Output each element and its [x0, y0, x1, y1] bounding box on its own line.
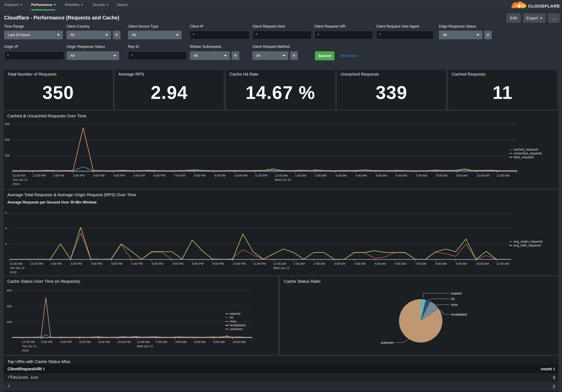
svg-text:2019: 2019 [22, 349, 29, 352]
svg-text:unknown: unknown [381, 341, 394, 344]
svg-text:8:00 PM: 8:00 PM [99, 340, 110, 344]
svg-text:8:00 AM: 8:00 AM [436, 174, 447, 177]
svg-text:9:00 AM: 9:00 AM [456, 174, 468, 177]
svg-text:Tue Jun 11: Tue Jun 11 [10, 266, 24, 270]
svg-text:200: 200 [7, 304, 12, 308]
svg-text:7:00 AM: 7:00 AM [416, 174, 427, 177]
svg-text:100: 100 [7, 320, 12, 324]
svg-text:12:00 PM: 12:00 PM [33, 174, 46, 177]
svg-text:6:00 PM: 6:00 PM [79, 340, 91, 344]
svg-text:revalidated: revalidated [230, 323, 246, 327]
svg-text:1:00 PM: 1:00 PM [50, 262, 62, 265]
svg-text:revalidated: revalidated [451, 313, 467, 316]
svg-text:6: 6 [5, 211, 7, 214]
svg-text:4:00 PM: 4:00 PM [111, 262, 122, 265]
svg-text:hit: hit [451, 297, 454, 300]
svg-text:expired: expired [451, 292, 461, 295]
svg-text:5:00 AM: 5:00 AM [376, 174, 387, 177]
svg-text:2:00 AM: 2:00 AM [315, 174, 327, 177]
svg-text:9:00 AM: 9:00 AM [456, 262, 467, 265]
svg-text:1:00 AM: 1:00 AM [293, 262, 305, 265]
svg-text:1:00 AM: 1:00 AM [295, 174, 306, 177]
svg-text:4:00 AM: 4:00 AM [354, 262, 365, 265]
svg-text:12:00 PM: 12:00 PM [22, 340, 35, 344]
svg-text:8:00 AM: 8:00 AM [213, 340, 225, 344]
svg-text:12:00 AM: 12:00 AM [273, 262, 286, 265]
svg-text:4:00 AM: 4:00 AM [175, 340, 186, 344]
svg-text:2:00 AM: 2:00 AM [314, 262, 325, 265]
svg-text:12:00 AM: 12:00 AM [137, 340, 150, 344]
svg-text:cached_requests: cached_requests [514, 148, 538, 151]
svg-text:10:00 PM: 10:00 PM [117, 340, 130, 344]
svg-text:total_requests: total_requests [514, 155, 534, 159]
svg-text:1:00 PM: 1:00 PM [53, 174, 64, 177]
svg-text:10:00 AM: 10:00 AM [476, 262, 489, 265]
svg-text:11:00 PM: 11:00 PM [255, 174, 268, 177]
svg-text:6:00 PM: 6:00 PM [152, 262, 163, 265]
svg-text:4:00 AM: 4:00 AM [356, 174, 367, 177]
svg-text:CLOUDFLARE: CLOUDFLARE [528, 4, 560, 8]
svg-text:unknown: unknown [230, 327, 243, 331]
svg-text:9:00 PM: 9:00 PM [212, 262, 224, 265]
svg-text:8:00 PM: 8:00 PM [192, 262, 204, 265]
svg-text:10:00 PM: 10:00 PM [234, 174, 247, 177]
svg-text:2:00 PM: 2:00 PM [73, 174, 84, 177]
svg-text:3:00 PM: 3:00 PM [93, 174, 105, 177]
svg-text:6:00 PM: 6:00 PM [154, 174, 165, 177]
svg-text:3:00 AM: 3:00 AM [335, 174, 347, 177]
svg-text:4:00 PM: 4:00 PM [60, 340, 71, 344]
svg-text:10:00 PM: 10:00 PM [233, 262, 246, 265]
svg-text:11:00 PM: 11:00 PM [253, 262, 266, 265]
svg-text:12:00 PM: 12:00 PM [30, 262, 43, 265]
svg-text:expired: expired [230, 312, 240, 315]
svg-text:200: 200 [5, 138, 10, 141]
svg-text:7:00 PM: 7:00 PM [172, 262, 183, 265]
svg-text:10:00 AM: 10:00 AM [477, 174, 489, 177]
svg-text:5:00 PM: 5:00 PM [131, 262, 143, 265]
svg-text:6:00 AM: 6:00 AM [396, 174, 407, 177]
svg-text:Wed Jun 12: Wed Jun 12 [137, 344, 153, 348]
svg-text:miss: miss [230, 320, 236, 323]
svg-text:hit: hit [230, 316, 233, 319]
svg-text:6:00 AM: 6:00 AM [194, 340, 205, 344]
svg-text:Wed Jun 12: Wed Jun 12 [273, 266, 290, 270]
svg-text:3:00 AM: 3:00 AM [334, 262, 345, 265]
svg-text:3:00 PM: 3:00 PM [91, 262, 102, 265]
svg-text:2:00 PM: 2:00 PM [41, 340, 52, 344]
svg-text:Tue Jun 11: Tue Jun 11 [22, 344, 37, 348]
svg-text:9:00 PM: 9:00 PM [214, 174, 226, 177]
svg-text:2:00 AM: 2:00 AM [156, 340, 167, 344]
svg-text:uncached_requests: uncached_requests [514, 152, 542, 155]
svg-text:12:00 AM: 12:00 AM [275, 174, 288, 177]
svg-text:100: 100 [5, 154, 10, 157]
svg-text:2: 2 [5, 242, 7, 245]
svg-text:5:00 PM: 5:00 PM [134, 174, 145, 177]
svg-text:avg_total_requests: avg_total_requests [514, 244, 541, 247]
svg-text:4:00 PM: 4:00 PM [114, 174, 125, 177]
svg-text:avg_origin_requests: avg_origin_requests [514, 240, 543, 243]
svg-text:Wed Jun 12: Wed Jun 12 [275, 178, 291, 181]
svg-text:2:00 PM: 2:00 PM [70, 262, 82, 265]
svg-text:miss: miss [451, 303, 457, 306]
svg-text:Tue Jun 11: Tue Jun 11 [12, 178, 27, 181]
svg-text:2019: 2019 [10, 270, 16, 274]
svg-text:4: 4 [5, 227, 7, 230]
svg-text:8:00 AM: 8:00 AM [435, 262, 447, 265]
svg-text:5:00 AM: 5:00 AM [375, 262, 386, 265]
svg-text:300: 300 [7, 289, 12, 292]
svg-text:2019: 2019 [12, 182, 19, 186]
svg-text:11:00 AM: 11:00 AM [12, 174, 25, 177]
svg-text:7:00 AM: 7:00 AM [415, 262, 426, 265]
svg-text:11:00 AM: 11:00 AM [497, 174, 509, 177]
svg-text:11:00 AM: 11:00 AM [496, 262, 509, 265]
svg-text:8:00 PM: 8:00 PM [194, 174, 206, 177]
svg-text:7:00 PM: 7:00 PM [174, 174, 185, 177]
svg-text:300: 300 [5, 122, 10, 126]
svg-text:6:00 AM: 6:00 AM [395, 262, 406, 265]
svg-text:11:00 AM: 11:00 AM [10, 262, 22, 265]
svg-text:10:00 AM: 10:00 AM [233, 340, 245, 344]
